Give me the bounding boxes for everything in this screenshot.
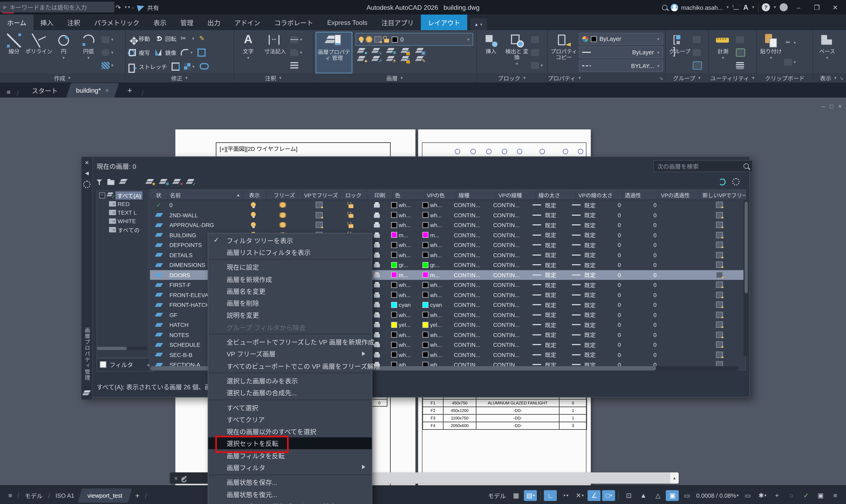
layer-row[interactable]: APPROVAL-DRG wh... wh... CONTIN... CONTI… [150, 220, 745, 230]
layer-name-cell[interactable]: APPROVAL-DRG [167, 222, 242, 228]
menu-item-画層状態を復元...[interactable]: 画層状態を復元... [208, 488, 372, 500]
scale-tool[interactable] [171, 60, 179, 73]
layer-color-cell[interactable]: wh... [389, 222, 420, 228]
drawing-close-icon[interactable]: × [838, 103, 842, 110]
isolate-objects-icon[interactable]: ◌ [785, 490, 798, 501]
layer-vp-linetype-cell[interactable]: CONTIN... [491, 202, 530, 208]
column-header-状[interactable]: 状 [150, 190, 168, 200]
autodesk-a-icon[interactable]: A [743, 3, 748, 12]
layer-vp-transparency-cell[interactable]: 0 [651, 232, 692, 238]
linear-dimension-tool[interactable]: ▾ [290, 35, 303, 44]
layer-lineweight-cell[interactable]: 既定 [530, 291, 570, 299]
layer-name-cell[interactable]: 2ND-WALL [167, 212, 242, 218]
layer-vp-linetype-cell[interactable]: CONTIN... [491, 302, 530, 308]
layer-linetype-cell[interactable]: CONTIN... [452, 272, 491, 278]
layout-tab-viewport-test[interactable]: viewport_test [77, 488, 132, 502]
layer-lineweight-cell[interactable]: 既定 [530, 251, 570, 259]
column-header-VPの線の太さ[interactable]: VPの線の太さ [576, 190, 623, 200]
panel-label-groups[interactable]: グループ▼ [666, 73, 708, 83]
layer-name-cell[interactable]: 0 [167, 202, 242, 208]
ribbon-tab-注釈[interactable]: 注釈 [60, 15, 87, 30]
layer-lineweight-cell[interactable]: 既定 [530, 311, 570, 319]
layer-table-vscrollbar[interactable] [743, 200, 748, 356]
layer-vp-color-cell[interactable]: wh... [420, 311, 452, 318]
layer-vp-lineweight-cell[interactable]: 既定 [570, 241, 616, 249]
filter-tree-item-WHITE[interactable]: WHITE [97, 217, 148, 225]
layer-new-vp-freeze-cell[interactable] [692, 242, 746, 248]
panel-label-create[interactable]: 作成▼ [0, 73, 125, 83]
menu-item-画層を削除[interactable]: 画層を削除 [208, 297, 372, 309]
layer-color-cell[interactable]: wh... [389, 252, 420, 258]
layer-vp-lineweight-cell[interactable]: 既定 [570, 331, 616, 339]
layer-lock-cell[interactable] [337, 212, 364, 218]
help-dropdown-icon[interactable]: ▾ [774, 5, 776, 10]
layer-color-cell[interactable]: wh... [389, 282, 420, 288]
layer-on-all-tool[interactable]: ● [358, 56, 366, 62]
layer-vp-transparency-cell[interactable]: 0 [651, 322, 692, 328]
customize-icon[interactable]: ≡ [829, 490, 842, 501]
layer-on-cell[interactable] [242, 202, 265, 208]
layer-on-cell[interactable] [242, 212, 265, 218]
ribbon-tab-Express Tools[interactable]: Express Tools [320, 15, 374, 30]
model-space-button[interactable]: モデル [488, 491, 506, 500]
menu-item-すべてのビューポートでこの VP 画層をフリーズ解除[interactable]: すべてのビューポートでこの VP 画層をフリーズ解除 [208, 360, 372, 372]
menu-item-説明を変更[interactable]: 説明を変更 [208, 309, 372, 321]
ribbon-tab-表示[interactable]: 表示 [146, 15, 173, 30]
column-header-表示[interactable]: 表示 [243, 190, 267, 200]
ribbon-tab-コラボレート[interactable]: コラボレート [267, 15, 320, 30]
layer-vp-lineweight-cell[interactable]: 既定 [570, 291, 616, 299]
layer-transparency-cell[interactable]: 0 [616, 252, 651, 258]
panel-label-properties[interactable]: プロパティ▼↘ [548, 73, 665, 83]
layer-new-vp-freeze-cell[interactable] [692, 232, 746, 238]
dimension-tool[interactable]: 寸法記入 [261, 32, 289, 73]
layer-lock-tool[interactable]: 🔒 [401, 48, 409, 54]
layer-color-cell[interactable]: wh... [389, 331, 420, 338]
menu-item-すべて選択[interactable]: すべて選択 [208, 401, 372, 413]
menu-item-選択した画層のみを表示[interactable]: 選択した画層のみを表示 [208, 374, 372, 386]
rotate-tool[interactable]: 回転 [154, 32, 176, 45]
hatch-tool[interactable]: ▾ [102, 61, 114, 70]
layer-color-cell[interactable]: wh... [389, 212, 420, 218]
group-tool[interactable]: グループ [668, 32, 692, 73]
layer-vp-color-cell[interactable]: wh... [420, 342, 452, 348]
layer-isolate-tool[interactable]: ↘ [372, 48, 381, 54]
viewport-label[interactable]: [+][平面図][2D ワイヤフレーム] [219, 145, 298, 153]
column-header-透過性[interactable]: 透過性 [623, 190, 659, 200]
layer-lineweight-cell[interactable]: 既定 [530, 271, 570, 279]
layer-plot-cell[interactable] [364, 212, 389, 218]
new-layout-button[interactable]: + [131, 491, 144, 500]
panel-label-annotate[interactable]: 注釈▼ [234, 73, 313, 83]
help-search-input[interactable]: ▶ キーワードまたは語句を入力 [0, 2, 114, 13]
drawing-minimize-icon[interactable]: – [822, 103, 825, 110]
new-tab-button[interactable]: + [117, 83, 142, 97]
tab-building[interactable]: building* × [66, 83, 119, 97]
layer-freeze-cell[interactable] [265, 222, 301, 228]
column-header-新しいVPでフリーズ[interactable]: 新しいVPでフリーズ [700, 190, 746, 200]
group-selection-toggle[interactable] [693, 61, 702, 70]
layer-new-vp-freeze-cell[interactable] [692, 322, 746, 328]
layer-linetype-cell[interactable]: CONTIN... [452, 212, 491, 218]
search-expand-icon[interactable]: ▶ [3, 4, 7, 10]
layer-transparency-cell[interactable]: 0 [616, 272, 651, 278]
layer-linetype-cell[interactable]: CONTIN... [452, 232, 491, 238]
layer-unisolate-tool[interactable]: ↗ [372, 56, 381, 62]
set-current-layer-icon[interactable]: ✓ [187, 178, 195, 185]
layer-vp-lineweight-cell[interactable]: 既定 [570, 301, 616, 309]
layer-vp-lineweight-cell[interactable]: 既定 [570, 271, 616, 279]
layer-lineweight-cell[interactable]: 既定 [530, 331, 570, 339]
layer-plot-cell[interactable] [364, 202, 389, 208]
column-header-線の太さ[interactable]: 線の太さ [536, 190, 576, 200]
layer-vp-transparency-cell[interactable]: 0 [651, 352, 692, 358]
panel-label-block[interactable]: ブロック▼ [477, 73, 547, 83]
menu-item-画層名を変更[interactable]: 画層名を変更 [208, 285, 372, 297]
color-dropdown-icon[interactable]: ▾ [657, 36, 659, 41]
mirror-tool[interactable]: 鏡像 [154, 46, 176, 59]
layer-new-vp-freeze-cell[interactable] [692, 302, 746, 308]
select-similar-tool[interactable] [736, 48, 745, 57]
command-customize-icon[interactable] [182, 475, 187, 480]
properties-expander-icon[interactable]: ↘ [659, 75, 665, 80]
layer-new-vp-freeze-cell[interactable] [692, 282, 746, 288]
menu-item-フィルタ ツリーを表示[interactable]: フィルタ ツリーを表示✓ [208, 234, 372, 246]
cut-tool[interactable]: ✂▾ [784, 38, 796, 47]
menu-item-画層を新規作成[interactable]: 画層を新規作成 [208, 273, 372, 285]
